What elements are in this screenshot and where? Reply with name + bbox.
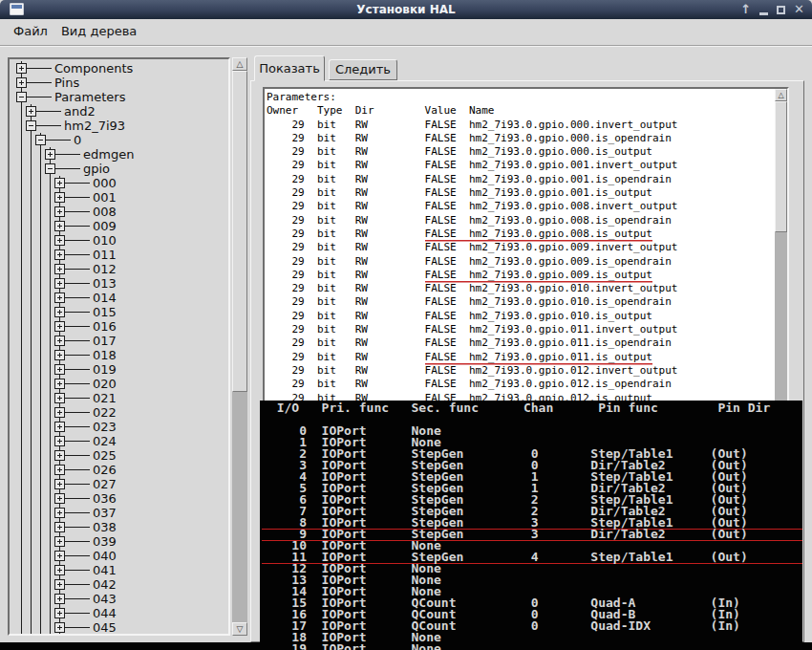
tree-item-014[interactable]: 014 [10, 291, 228, 305]
maximize-button[interactable] [777, 6, 785, 14]
expand-toggle-icon[interactable] [54, 508, 65, 518]
tree-item-and2[interactable]: and2 [10, 104, 228, 119]
tree-item-036[interactable]: 036 [10, 491, 228, 506]
tree-item-045[interactable]: 045 [10, 620, 228, 635]
expand-toggle-icon[interactable] [54, 522, 65, 532]
hal-tree-panel[interactable]: ComponentsPinsParametersand2hm2_7i930edm… [8, 57, 230, 636]
expand-toggle-icon[interactable] [54, 307, 65, 317]
scroll-down-arrow-icon[interactable]: ▽ [232, 622, 247, 636]
expand-toggle-icon[interactable] [54, 551, 65, 561]
tree-item-042[interactable]: 042 [10, 577, 228, 592]
tree-item-011[interactable]: 011 [10, 248, 228, 262]
text-scrollbar-thumb[interactable] [775, 101, 787, 232]
tree-item-gpio[interactable]: gpio [10, 162, 228, 176]
tree-scrollbar[interactable]: △ ▽ [232, 57, 247, 636]
tree-scrollbar-thumb[interactable] [232, 71, 247, 392]
tree-item-013[interactable]: 013 [10, 276, 228, 291]
tree-item-039[interactable]: 039 [10, 534, 228, 549]
tree-item-026[interactable]: 026 [10, 463, 228, 477]
expand-toggle-icon[interactable] [54, 278, 65, 289]
tree-item-017[interactable]: 017 [10, 334, 228, 348]
collapse-toggle-icon[interactable] [16, 92, 27, 102]
tree-item-038[interactable]: 038 [10, 520, 228, 534]
shade-button[interactable]: ↑ [740, 0, 751, 19]
menu-item[interactable]: Вид дерева [54, 19, 143, 44]
expand-toggle-icon[interactable] [54, 292, 65, 303]
expand-toggle-icon[interactable] [54, 206, 65, 217]
tree-item-label: 009 [93, 219, 117, 233]
tree-item-019[interactable]: 019 [10, 362, 228, 377]
scroll-up-arrow-icon[interactable]: △ [775, 89, 787, 101]
expand-toggle-icon[interactable] [16, 63, 27, 74]
expand-toggle-icon[interactable] [54, 579, 65, 590]
tree-item-040[interactable]: 040 [10, 549, 228, 563]
tree-item-008[interactable]: 008 [10, 205, 228, 219]
tree-item-000[interactable]: 000 [10, 176, 228, 190]
expand-toggle-icon[interactable] [54, 249, 65, 260]
tree-item-027[interactable]: 027 [10, 477, 228, 491]
tree-item-021[interactable]: 021 [10, 391, 228, 405]
collapse-toggle-icon[interactable] [35, 135, 46, 145]
close-button[interactable]: ✕ [794, 0, 804, 19]
tree-item-043[interactable]: 043 [10, 592, 228, 606]
expand-toggle-icon[interactable] [54, 321, 65, 332]
expand-toggle-icon[interactable] [54, 594, 65, 604]
expand-toggle-icon[interactable] [54, 350, 65, 360]
minimize-button[interactable] [759, 12, 768, 15]
expand-toggle-icon[interactable] [54, 407, 65, 418]
tree-item-022[interactable]: 022 [10, 405, 228, 420]
expand-toggle-icon[interactable] [54, 178, 65, 188]
tree-item-Pins[interactable]: Pins [10, 76, 228, 90]
tab-watch[interactable]: Следить [329, 59, 397, 80]
tree-item-Parameters[interactable]: Parameters [10, 90, 228, 104]
expand-toggle-icon[interactable] [54, 536, 65, 547]
expand-toggle-icon[interactable] [54, 479, 65, 489]
menu-item[interactable]: Файл [7, 19, 54, 44]
tree-item-009[interactable]: 009 [10, 219, 228, 233]
expand-toggle-icon[interactable] [54, 436, 65, 446]
expand-toggle-icon[interactable] [54, 565, 65, 575]
terminal-overlay[interactable]: I/O Pri. func Sec. func Chan Pin func Pi… [260, 401, 802, 650]
expand-toggle-icon[interactable] [54, 336, 65, 346]
tree-item-020[interactable]: 020 [10, 377, 228, 391]
tree-item-0[interactable]: 0 [10, 133, 228, 147]
expand-toggle-icon[interactable] [54, 608, 65, 618]
expand-toggle-icon[interactable] [54, 221, 65, 231]
expand-toggle-icon[interactable] [54, 465, 65, 475]
tree-item-012[interactable]: 012 [10, 262, 228, 276]
expand-toggle-icon[interactable] [16, 77, 27, 88]
tree-item-016[interactable]: 016 [10, 319, 228, 334]
collapse-toggle-icon[interactable] [26, 120, 36, 131]
tab-show[interactable]: Показать [254, 55, 325, 81]
tree-item-023[interactable]: 023 [10, 420, 228, 434]
expand-toggle-icon[interactable] [54, 393, 65, 403]
param-row: Owner Type Dir Value Name [267, 104, 775, 118]
expand-toggle-icon[interactable] [54, 379, 65, 389]
expand-toggle-icon[interactable] [54, 264, 65, 274]
tree-item-015[interactable]: 015 [10, 305, 228, 319]
titlebar[interactable]: Установки HAL ↑ ✕ [0, 0, 812, 19]
tree-item-041[interactable]: 041 [10, 563, 228, 577]
tree-item-001[interactable]: 001 [10, 190, 228, 205]
expand-toggle-icon[interactable] [45, 149, 55, 160]
tree-item-edmgen[interactable]: edmgen [10, 147, 228, 162]
collapse-toggle-icon[interactable] [45, 163, 55, 174]
expand-toggle-icon[interactable] [54, 622, 65, 633]
tree-item-label: 040 [93, 549, 117, 563]
expand-toggle-icon[interactable] [54, 450, 65, 461]
scroll-up-arrow-icon[interactable]: △ [232, 57, 247, 71]
tree-item-Components[interactable]: Components [10, 61, 228, 76]
expand-toggle-icon[interactable] [54, 192, 65, 203]
expand-toggle-icon[interactable] [54, 422, 65, 432]
tree-item-025[interactable]: 025 [10, 448, 228, 463]
tree-item-037[interactable]: 037 [10, 506, 228, 520]
tree-item-hm2_7i93[interactable]: hm2_7i93 [10, 119, 228, 133]
tree-item-024[interactable]: 024 [10, 434, 228, 448]
tree-item-018[interactable]: 018 [10, 348, 228, 362]
expand-toggle-icon[interactable] [54, 493, 65, 504]
expand-toggle-icon[interactable] [54, 364, 65, 375]
expand-toggle-icon[interactable] [54, 235, 65, 246]
tree-item-010[interactable]: 010 [10, 233, 228, 248]
expand-toggle-icon[interactable] [26, 106, 36, 117]
tree-item-044[interactable]: 044 [10, 606, 228, 620]
